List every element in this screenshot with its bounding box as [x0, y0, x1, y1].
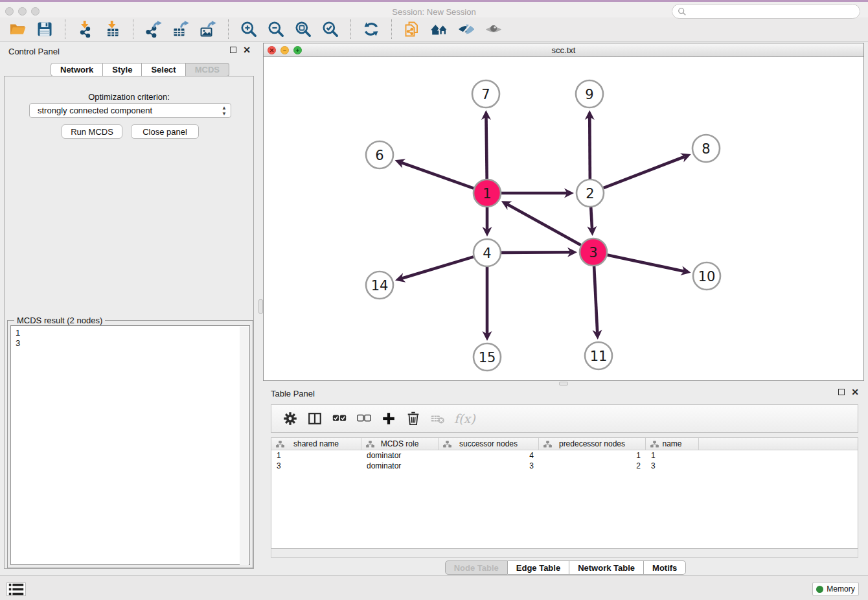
task-history-button[interactable]	[6, 583, 26, 596]
delete-column-icon[interactable]	[404, 410, 422, 428]
table-options-icon[interactable]	[281, 410, 299, 428]
table-cell[interactable]: 4	[439, 450, 539, 461]
graph-node-3[interactable]: 3	[580, 238, 607, 266]
search-input[interactable]	[672, 4, 860, 19]
tab-node-table[interactable]: Node Table	[445, 560, 508, 575]
graph-node-7[interactable]: 7	[472, 80, 499, 108]
home-layout-icon[interactable]	[429, 20, 449, 38]
graph-node-6[interactable]: 6	[366, 141, 393, 168]
table-cell[interactable]: 3	[646, 461, 699, 471]
deselect-all-icon[interactable]	[355, 410, 373, 428]
table-cell[interactable]: dominator	[361, 450, 439, 461]
zoom-out-icon[interactable]	[266, 20, 286, 38]
import-table-icon[interactable]	[103, 20, 122, 38]
table-cell[interactable]: 2	[539, 461, 646, 471]
show-panel-icon[interactable]	[484, 20, 503, 38]
network-graph-canvas[interactable]: 1234678910111415	[264, 57, 863, 380]
vertical-splitter-handle[interactable]	[258, 299, 263, 314]
table-cell[interactable]: 1	[539, 450, 646, 461]
table-cell[interactable]: 3	[271, 461, 361, 471]
graph-edge-1-7[interactable]	[486, 117, 486, 179]
tab-select[interactable]: Select	[142, 63, 185, 76]
mcds-result-scrollbar[interactable]	[240, 327, 249, 565]
graph-node-14[interactable]: 14	[366, 271, 393, 299]
close-panel-icon[interactable]: ✕	[243, 47, 251, 53]
graph-edge-2-8[interactable]	[604, 157, 685, 188]
table-float-icon[interactable]	[838, 389, 845, 395]
table-close-icon[interactable]: ✕	[851, 389, 859, 395]
close-panel-button[interactable]: Close panel	[131, 124, 199, 139]
table-cell[interactable]: 1	[646, 450, 699, 461]
save-session-icon[interactable]	[35, 20, 54, 38]
graph-node-4[interactable]: 4	[474, 239, 501, 266]
svg-text:15: 15	[479, 350, 496, 365]
graph-node-15[interactable]: 15	[474, 343, 501, 371]
graph-node-2[interactable]: 2	[577, 179, 604, 207]
graph-node-9[interactable]: 9	[576, 80, 603, 108]
control-panel: Control Panel ✕ NetworkStyleSelectMCDS O…	[0, 41, 258, 571]
memory-button[interactable]: Memory	[812, 582, 859, 596]
memory-label: Memory	[827, 584, 854, 594]
table-row[interactable]: 3dominator323	[271, 461, 858, 471]
mcds-result-line: 1	[16, 328, 249, 338]
svg-text:10: 10	[698, 269, 716, 284]
criterion-value: strongly connected component	[38, 106, 152, 115]
graph-node-10[interactable]: 10	[693, 262, 720, 290]
column-header-name[interactable]: name	[646, 438, 699, 450]
zoom-selected-icon[interactable]	[321, 20, 340, 38]
network-window-title: scc.txt	[264, 45, 863, 55]
graph-edge-1-6[interactable]	[401, 163, 474, 189]
graph-edge-4-3[interactable]	[501, 252, 571, 253]
float-panel-icon[interactable]	[230, 47, 236, 53]
tab-network-table[interactable]: Network Table	[569, 560, 644, 575]
function-builder-icon[interactable]: f(x)	[454, 411, 475, 426]
delete-table-icon[interactable]	[429, 410, 447, 428]
column-header-shared-name[interactable]: shared name	[271, 438, 361, 450]
graph-node-1[interactable]: 1	[474, 179, 501, 207]
graph-edge-3-11[interactable]	[594, 266, 597, 333]
table-row[interactable]: 1dominator411	[271, 450, 858, 461]
open-session-icon[interactable]	[8, 20, 27, 38]
zoom-in-icon[interactable]	[239, 20, 258, 38]
criterion-dropdown[interactable]: strongly connected component ▲▼	[29, 103, 231, 118]
mcds-result-list[interactable]: 13	[10, 325, 250, 565]
column-header-MCDS-role[interactable]: MCDS role	[361, 438, 439, 450]
main-toolbar	[0, 17, 868, 41]
export-image-icon[interactable]	[198, 20, 218, 38]
mcds-result-line: 3	[16, 338, 249, 349]
graph-edge-2-9[interactable]	[589, 117, 590, 179]
tab-edge-table[interactable]: Edge Table	[508, 560, 569, 575]
select-all-icon[interactable]	[330, 410, 348, 428]
table-cell[interactable]: 3	[439, 461, 539, 471]
zoom-fit-icon[interactable]	[293, 20, 313, 38]
export-network-icon[interactable]	[144, 20, 163, 38]
sort-hierarchy-icon	[276, 441, 284, 450]
graph-node-8[interactable]: 8	[692, 135, 720, 162]
copy-network-icon[interactable]	[402, 20, 422, 38]
hide-panel-icon[interactable]	[457, 20, 476, 38]
add-column-icon[interactable]	[380, 410, 398, 428]
network-window-titlebar: ✕ − + scc.txt	[264, 43, 863, 57]
graph-edge-3-1[interactable]	[507, 204, 581, 245]
table-cell[interactable]: dominator	[361, 461, 439, 471]
tab-network[interactable]: Network	[51, 63, 103, 76]
import-network-icon[interactable]	[76, 20, 95, 38]
table-hscrollbar[interactable]	[271, 549, 858, 558]
graph-edge-2-3[interactable]	[591, 207, 592, 229]
tab-style[interactable]: Style	[103, 63, 142, 76]
graph-edge-4-14[interactable]	[402, 257, 474, 278]
export-table-icon[interactable]	[171, 20, 190, 38]
split-panel-icon[interactable]	[306, 410, 324, 428]
toolbar-separator	[65, 19, 65, 39]
graph-node-11[interactable]: 11	[585, 342, 612, 369]
run-mcds-button[interactable]: Run MCDS	[62, 124, 122, 139]
graph-edge-3-10[interactable]	[608, 255, 685, 271]
node-table: shared nameMCDS rolesuccessor nodesprede…	[271, 437, 858, 549]
refresh-style-icon[interactable]	[361, 20, 381, 38]
table-panel: Table Panel ✕ f(x) shared nameMCDS roles…	[263, 386, 868, 575]
table-cell[interactable]: 1	[271, 450, 361, 461]
column-header-successor-nodes[interactable]: successor nodes	[439, 438, 539, 450]
column-header-predecessor-nodes[interactable]: predecessor nodes	[539, 438, 646, 450]
tab-mcds[interactable]: MCDS	[186, 63, 229, 76]
tab-motifs[interactable]: Motifs	[644, 560, 686, 575]
